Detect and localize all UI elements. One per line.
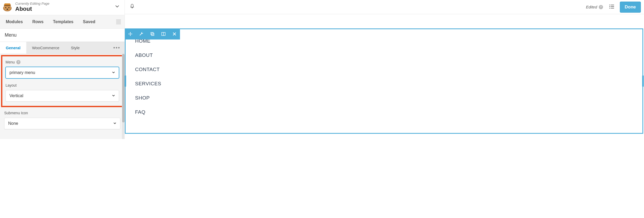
layout-field-label: Layout (6, 83, 119, 87)
svg-point-4 (8, 7, 9, 8)
page-title: About (15, 6, 114, 12)
columns-icon[interactable] (158, 28, 169, 39)
layout-field-row: Layout Vertical (6, 83, 119, 102)
tab-general[interactable]: General (0, 42, 26, 54)
menu-list: HOME ABOUT CONTACT SERVICES SHOP FAQ (126, 33, 642, 120)
resize-handle-left[interactable] (125, 75, 126, 87)
wrench-icon[interactable] (136, 28, 147, 39)
layout-select[interactable]: Vertical (6, 90, 119, 102)
remaining-fields: Submenu Icon None (0, 107, 125, 138)
help-icon[interactable]: ? (16, 60, 20, 64)
header-supertext: Currently Editing Page (15, 2, 114, 6)
tab-saved[interactable]: Saved (78, 15, 100, 28)
more-icon[interactable]: ••• (113, 45, 120, 51)
header-text-block: Currently Editing Page About (15, 2, 114, 12)
svg-point-3 (5, 7, 6, 8)
highlighted-fields: Menu ? primary menu Layout Vertical (1, 55, 123, 107)
menu-module-block[interactable]: HOME ABOUT CONTACT SERVICES SHOP FAQ (125, 28, 643, 134)
submenu-field-label: Submenu Icon (4, 111, 120, 115)
chevron-down-icon (112, 94, 115, 98)
chevron-down-icon[interactable] (114, 3, 121, 11)
menu-field-label: Menu ? (6, 60, 119, 64)
tab-modules[interactable]: Modules (1, 15, 28, 28)
notifications-icon[interactable] (128, 2, 136, 12)
module-title: Menu (0, 29, 125, 42)
panel-header: Currently Editing Page About (0, 0, 125, 15)
chevron-down-icon (113, 121, 116, 126)
tab-rows[interactable]: Rows (28, 15, 48, 28)
close-icon[interactable] (169, 28, 180, 39)
svg-rect-2 (4, 5, 11, 6)
edited-text: Edited (586, 5, 597, 9)
svg-rect-7 (152, 33, 154, 36)
outline-icon[interactable] (607, 3, 616, 12)
resize-handle-right[interactable] (642, 75, 644, 87)
menu-item-faq[interactable]: FAQ (135, 105, 633, 119)
menu-item-about[interactable]: ABOUT (135, 48, 633, 62)
tab-style[interactable]: Style (65, 42, 85, 54)
done-button[interactable]: Done (620, 2, 641, 13)
menu-field-row: Menu ? primary menu (6, 60, 119, 78)
primary-tabs: Modules Rows Templates Saved (0, 15, 125, 29)
menu-item-contact[interactable]: CONTACT (135, 62, 633, 77)
menu-item-shop[interactable]: SHOP (135, 91, 633, 105)
settings-panel: Currently Editing Page About Modules Row… (0, 0, 125, 139)
layout-select-value: Vertical (9, 93, 23, 98)
settings-scroll-area: Menu ? primary menu Layout Vertical Subm… (0, 54, 125, 139)
duplicate-icon[interactable] (147, 28, 158, 39)
menu-select[interactable]: primary menu (6, 67, 119, 78)
svg-rect-6 (151, 32, 153, 35)
submenu-select[interactable]: None (4, 118, 120, 129)
help-icon[interactable]: ? (599, 5, 603, 9)
scrollbar-thumb[interactable] (122, 54, 125, 122)
menu-item-services[interactable]: SERVICES (135, 77, 633, 91)
settings-tabs: General WooCommerce Style ••• (0, 42, 125, 54)
submenu-select-value: None (8, 121, 18, 126)
chevron-down-icon (112, 71, 115, 75)
drag-handle-icon[interactable] (116, 19, 121, 24)
block-toolbar (125, 28, 180, 39)
preview-area: Edited ? Done HOME ABOUT CONTACT SERVICE… (125, 0, 644, 139)
app-logo (2, 2, 13, 12)
preview-canvas: HOME ABOUT CONTACT SERVICES SHOP FAQ (125, 14, 644, 139)
svg-point-5 (7, 9, 8, 10)
tab-templates[interactable]: Templates (48, 15, 78, 28)
move-icon[interactable] (125, 28, 136, 39)
submenu-field-row: Submenu Icon None (4, 111, 120, 129)
edited-status: Edited ? (586, 5, 603, 9)
top-bar: Edited ? Done (125, 0, 644, 14)
menu-label-text: Menu (6, 60, 15, 64)
menu-select-value: primary menu (9, 70, 35, 75)
tab-woocommerce[interactable]: WooCommerce (26, 42, 65, 54)
menu-item-home[interactable]: HOME (135, 34, 633, 48)
